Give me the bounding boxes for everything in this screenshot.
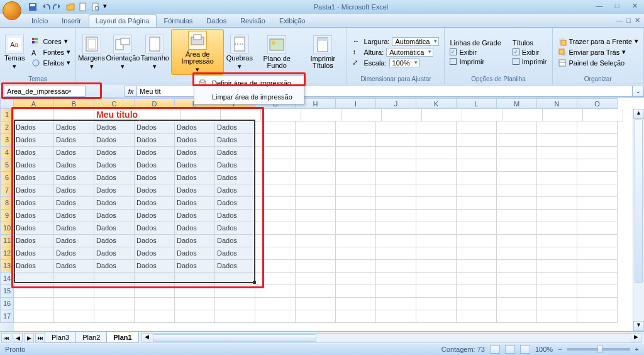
col-header-M[interactable]: M: [497, 98, 537, 109]
cell[interactable]: [336, 260, 376, 273]
cell[interactable]: [94, 298, 135, 310]
cell[interactable]: [336, 298, 376, 310]
send-back-button[interactable]: Enviar para Trás ▾: [555, 47, 641, 57]
row-header-15[interactable]: 15: [0, 285, 14, 298]
cell[interactable]: [543, 109, 583, 121]
zoom-slider-knob[interactable]: [597, 346, 602, 353]
cell[interactable]: [296, 298, 336, 310]
row-header-3[interactable]: 3: [0, 134, 14, 147]
cell[interactable]: [537, 260, 577, 273]
margins-button[interactable]: Margens▾: [79, 33, 104, 71]
cell[interactable]: [457, 310, 497, 323]
cell[interactable]: [497, 197, 537, 210]
row-header-7[interactable]: 7: [0, 184, 14, 197]
close-button[interactable]: ✕: [628, 2, 641, 12]
cell[interactable]: [577, 197, 618, 210]
cell[interactable]: [376, 184, 416, 197]
cell[interactable]: [537, 210, 577, 222]
cell[interactable]: [376, 298, 416, 310]
cell[interactable]: [94, 285, 135, 298]
cell[interactable]: [537, 310, 577, 323]
cell[interactable]: [376, 310, 416, 323]
sheet-tab-plan2[interactable]: Plan2: [75, 332, 107, 343]
cell[interactable]: [296, 159, 336, 172]
view-normal-button[interactable]: [490, 345, 500, 354]
col-header-A[interactable]: A: [14, 98, 54, 109]
cell[interactable]: [255, 222, 296, 235]
zoom-slider[interactable]: [567, 348, 630, 351]
cell[interactable]: [416, 285, 457, 298]
cell[interactable]: [175, 285, 215, 298]
select-all-button[interactable]: [0, 98, 14, 109]
orientation-button[interactable]: Orientação▾: [107, 33, 138, 71]
cell[interactable]: [537, 184, 577, 197]
cell[interactable]: [416, 184, 457, 197]
cell[interactable]: [416, 197, 457, 210]
view-layout-button[interactable]: [505, 345, 515, 354]
cell[interactable]: [376, 247, 416, 260]
fx-button[interactable]: fx: [125, 86, 137, 97]
cell[interactable]: [462, 109, 502, 121]
cell[interactable]: [416, 260, 457, 273]
cell[interactable]: [255, 210, 296, 222]
cell[interactable]: [376, 210, 416, 222]
print-area-button[interactable]: Área de Impressão▾: [171, 29, 225, 75]
scroll-left-button[interactable]: ◀: [142, 334, 152, 342]
cell[interactable]: [497, 184, 537, 197]
cell[interactable]: [457, 121, 497, 134]
background-button[interactable]: Plano de Fundo: [255, 34, 299, 70]
cell[interactable]: [416, 222, 457, 235]
cell[interactable]: [497, 159, 537, 172]
cell[interactable]: [497, 147, 537, 159]
cell[interactable]: [457, 184, 497, 197]
cell[interactable]: [537, 172, 577, 184]
cell[interactable]: [255, 172, 296, 184]
cell[interactable]: [296, 210, 336, 222]
col-header-O[interactable]: O: [577, 98, 618, 109]
cell[interactable]: [296, 260, 336, 273]
cell[interactable]: [376, 197, 416, 210]
cell[interactable]: [376, 147, 416, 159]
cell[interactable]: [215, 285, 255, 298]
gridlines-print-check[interactable]: Imprimir: [447, 57, 503, 66]
cell[interactable]: [296, 285, 336, 298]
cell[interactable]: [497, 260, 537, 273]
cell[interactable]: [416, 235, 457, 247]
sheet-nav-next[interactable]: ▶: [24, 333, 34, 343]
cell[interactable]: [577, 184, 618, 197]
cell[interactable]: [457, 222, 497, 235]
cell[interactable]: [135, 298, 175, 310]
cell[interactable]: [497, 121, 537, 134]
cell[interactable]: [577, 247, 618, 260]
cell[interactable]: [301, 109, 341, 121]
headings-view-check[interactable]: ✓Exibir: [510, 48, 550, 57]
save-icon[interactable]: [28, 2, 38, 12]
cell[interactable]: [296, 184, 336, 197]
cells-area[interactable]: Meu títuloDadosDadosDadosDadosDadosDados…: [14, 109, 633, 331]
cell[interactable]: [497, 235, 537, 247]
cell[interactable]: [416, 121, 457, 134]
scroll-right-button[interactable]: ▶: [631, 334, 641, 342]
col-header-D[interactable]: D: [135, 98, 175, 109]
cell[interactable]: [537, 235, 577, 247]
cell[interactable]: [502, 109, 543, 121]
cell[interactable]: [261, 109, 301, 121]
cell[interactable]: [577, 222, 618, 235]
col-header-N[interactable]: N: [537, 98, 577, 109]
cell[interactable]: [336, 235, 376, 247]
cell[interactable]: [497, 273, 537, 285]
preview-icon[interactable]: [91, 2, 101, 12]
cell[interactable]: [376, 172, 416, 184]
cell[interactable]: [296, 235, 336, 247]
cell[interactable]: [296, 121, 336, 134]
cell[interactable]: [537, 121, 577, 134]
cell[interactable]: [577, 147, 618, 159]
cell[interactable]: [376, 235, 416, 247]
cell[interactable]: [376, 121, 416, 134]
workbook-minimize-button[interactable]: —: [616, 16, 623, 25]
themes-button[interactable]: Aa Temas▾: [3, 33, 26, 71]
cell[interactable]: [537, 247, 577, 260]
row-header-5[interactable]: 5: [0, 159, 14, 172]
cell[interactable]: [577, 285, 618, 298]
cell[interactable]: [537, 159, 577, 172]
